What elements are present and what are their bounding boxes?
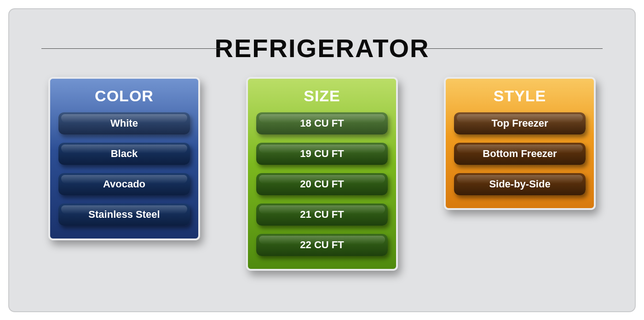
option-label: 18 CU FT [300,117,344,129]
option-label: 21 CU FT [300,209,344,221]
option-color-black[interactable]: Black [58,143,190,165]
card-style: STYLE Top Freezer Bottom Freezer Side-by… [444,77,596,210]
card-color: COLOR White Black Avocado Stainless Stee… [48,77,200,240]
option-label: Bottom Freezer [483,148,557,160]
rule-right [423,48,603,49]
option-label: Black [111,148,138,160]
option-label: Stainless Steel [88,209,160,221]
option-color-avocado[interactable]: Avocado [58,173,190,195]
option-style-top-freezer[interactable]: Top Freezer [454,112,586,134]
option-size-22[interactable]: 22 CU FT [256,234,388,256]
option-size-20[interactable]: 20 CU FT [256,173,388,195]
option-size-21[interactable]: 21 CU FT [256,204,388,226]
option-color-stainless[interactable]: Stainless Steel [58,204,190,226]
option-label: 19 CU FT [300,148,344,160]
rule-left [41,48,221,49]
card-style-heading: STYLE [454,87,586,105]
option-style-bottom-freezer[interactable]: Bottom Freezer [454,143,586,165]
option-size-18[interactable]: 18 CU FT [256,112,388,134]
option-label: 20 CU FT [300,178,344,190]
option-size-19[interactable]: 19 CU FT [256,143,388,165]
option-label: Side-by-Side [489,178,550,190]
option-style-side-by-side[interactable]: Side-by-Side [454,173,586,195]
page-title: REFRIGERATOR [215,33,430,63]
cards-row: COLOR White Black Avocado Stainless Stee… [9,77,635,271]
title-row: REFRIGERATOR [9,33,635,63]
option-label: Avocado [103,178,145,190]
card-size-heading: SIZE [256,87,388,105]
card-size: SIZE 18 CU FT 19 CU FT 20 CU FT 21 CU FT… [246,77,398,271]
option-label: Top Freezer [491,117,548,129]
option-label: White [110,117,138,129]
option-label: 22 CU FT [300,239,344,251]
panel: REFRIGERATOR COLOR White Black Avocado S… [8,8,636,312]
option-color-white[interactable]: White [58,112,190,134]
card-color-heading: COLOR [58,87,190,105]
